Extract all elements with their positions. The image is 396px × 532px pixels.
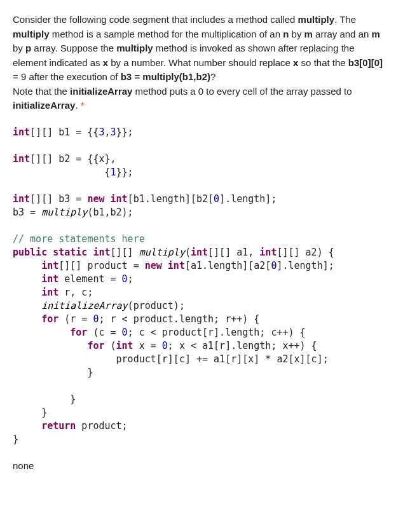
code-text: [][] a2) { [277,247,334,258]
code-text: (b1,b2); [87,207,133,218]
num-literal: 1 [111,167,116,178]
kw-int: int [13,126,30,138]
num-literal: 0 [122,327,128,338]
prompt-text: by [289,29,304,39]
bold-initarr-1: initializeArray [70,86,132,97]
code-text: } [13,407,47,418]
bold-b3assign: b3 = multiply(b1,b2) [121,71,210,82]
prompt-text: = 9 after the execution of [13,71,121,82]
code-text: [][] a1, [208,247,259,258]
num-literal: 0 [122,273,128,285]
bold-multiply-2: multiply [13,29,50,39]
kw-int: int [116,340,133,351]
prompt-text: by [13,43,25,53]
code-text: ; x < a1[r].length; x++) { [168,340,317,351]
code-text: ].length]; [219,193,277,205]
code-text: } [13,433,18,445]
kw-int: int [168,260,185,271]
num-literal: 3 [99,126,104,138]
method-initarray: initializeArray [41,300,127,311]
code-comment: // more statements here [13,233,145,245]
code-text: ].length]; [277,260,334,271]
prompt-text: Consider the following code segment that… [13,14,298,25]
code-text [13,420,41,432]
required-star: * [78,100,85,111]
code-text [105,193,111,205]
code-text: (product); [128,300,185,311]
kw-int: int [13,153,30,165]
bold-initarr-2: initializeArray [13,100,75,111]
kw-return: return [41,420,76,432]
code-segment: int[][] b1 = {{3,3}}; int[][] b2 = {{x},… [13,126,383,446]
code-text [47,247,53,258]
prompt-text: method is a sample method for the multip… [50,29,283,39]
code-text: }}; [116,126,133,138]
code-text [13,300,41,311]
kw-new: new [87,193,104,205]
question-prompt: Consider the following code segment that… [13,13,383,113]
prompt-text: ? [210,71,215,82]
num-literal: 3 [111,126,116,138]
bold-multiply-1: multiply [298,14,335,25]
kw-int: int [41,260,58,271]
code-text [13,273,41,285]
bold-x-1: x [103,57,108,68]
kw-new: new [145,260,162,271]
code-text: product[r][c] += a1[r][x] * a2[x][c]; [13,353,329,365]
code-text: [][] b2 = {{x}, [30,153,116,165]
kw-for: for [41,313,58,325]
code-text: [][] b1 = {{ [30,126,99,138]
code-text [13,313,41,325]
bold-n: n [283,29,289,39]
bold-m-1: m [304,29,313,39]
kw-for: for [70,327,87,338]
code-text: , [105,126,111,138]
num-literal: 0 [214,193,219,205]
code-text: (r = [58,313,93,325]
code-text: } [13,367,93,378]
code-text: } [13,393,76,405]
kw-public: public [13,247,47,258]
code-text: (c = [87,327,121,338]
bold-b3index: b3[0][0] [348,57,383,68]
bold-p: p [25,43,31,53]
num-literal: 0 [162,340,168,351]
code-text: ; [128,273,133,285]
code-text: ( [185,247,191,258]
bold-multiply-3: multiply [116,43,153,53]
prompt-text: method puts a 0 to every cell of the arr… [132,86,352,97]
code-text: product; [76,420,127,432]
kw-int: int [41,287,58,298]
code-text: [][] [111,247,139,258]
kw-static: static [53,247,87,258]
code-text [13,260,41,271]
code-text: ; r < product.length; r++) { [99,313,259,325]
code-text: { [13,167,111,178]
code-text: element = [58,273,121,285]
kw-int: int [191,247,208,258]
kw-int: int [13,193,30,205]
prompt-text: . The [334,14,356,25]
code-text: ( [105,340,116,351]
code-text: ; c < product[r].length; c++) { [128,327,306,338]
bold-m-2: m [371,29,379,39]
code-text [13,340,87,351]
prompt-text: Note that the [13,86,70,97]
code-text: b3 = [13,207,41,218]
kw-int: int [111,193,128,205]
code-text: r, c; [58,287,93,298]
code-text: [a1.length][a2[ [185,260,271,271]
prompt-text: so that the [298,57,348,68]
code-text: [][] product = [58,260,144,271]
code-text: [b1.length][b2[ [128,193,214,205]
prompt-text: array. Suppose the [31,43,116,53]
code-text [162,260,168,271]
code-text: x = [133,340,162,351]
code-text [13,287,41,298]
code-text [13,327,70,338]
prompt-text: by a number. What number should replace [108,57,293,68]
code-text: }}; [116,167,133,178]
kw-int: int [93,247,110,258]
answer-text: none [13,459,383,474]
kw-int: int [259,247,277,258]
